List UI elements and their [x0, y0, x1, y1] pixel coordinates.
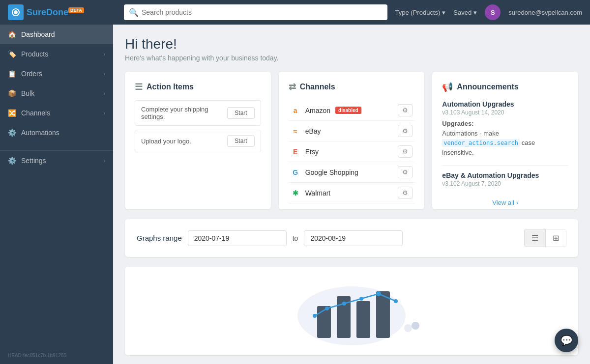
svg-point-12 [412, 322, 419, 330]
amazon-settings-button[interactable]: ⚙ [398, 104, 413, 116]
announcement-code: vendor_actions.search [442, 139, 520, 147]
header: SureDoneBETA 🔍 Type (Products) ▾ Saved ▾… [0, 0, 590, 25]
header-right: Type (Products) ▾ Saved ▾ S suredone@svp… [395, 4, 582, 20]
channels-icon: 🔀 [8, 109, 16, 117]
chat-icon: 💬 [560, 335, 573, 346]
channel-row-walmart: ✱ Walmart ⚙ [289, 183, 415, 203]
amazon-icon: a [291, 106, 300, 115]
announcements-card: 📢 Announcements Automation Upgrades v3.1… [432, 72, 578, 209]
chart-illustration [273, 277, 430, 345]
chevron-right-icon: › [516, 199, 518, 206]
graphs-range-row: Graphs range to ☰ ⊞ [125, 219, 578, 257]
ebay-icon: ≈ [291, 126, 300, 136]
announcement-date: v3.103 August 14, 2020 [442, 109, 568, 116]
chevron-right-icon: › [104, 158, 105, 164]
channel-row-google: G Google Shopping ⚙ [289, 162, 415, 183]
greeting-title: Hi there! [125, 36, 578, 52]
action-items-header: ☰ Action Items [135, 82, 261, 92]
announcement-item-1: Automation Upgrades v3.103 August 14, 20… [442, 100, 568, 157]
ebay-settings-button[interactable]: ⚙ [398, 125, 413, 137]
logo-icon [8, 4, 24, 20]
announcement-title: Automation Upgrades [442, 100, 568, 108]
cards-row: ☰ Action Items Complete your shipping se… [125, 72, 578, 209]
channels-list: a Amazon disabled ⚙ ≈ eBay ⚙ [289, 100, 415, 203]
saved-button[interactable]: Saved ▾ [453, 9, 477, 16]
view-all-link[interactable]: View all › [442, 195, 568, 209]
view-toggle: ☰ ⊞ [524, 229, 566, 247]
start-logo-button[interactable]: Start [227, 135, 254, 147]
channels-header: ⇄ Channels [289, 82, 415, 92]
sidebar: 🏠Dashboard 🏷️Products › 📋Orders › 📦Bulk … [0, 25, 113, 364]
action-items-list: Complete your shipping settings. Start U… [135, 100, 261, 152]
type-button[interactable]: Type (Products) ▾ [395, 9, 446, 16]
sidebar-item-automations[interactable]: ⚙️Automations [0, 123, 113, 142]
authorize-channels-link[interactable]: Authorize more channels › [289, 203, 415, 209]
chevron-right-icon: › [104, 111, 105, 116]
channels-card-icon: ⇄ [289, 82, 296, 92]
etsy-icon: E [291, 147, 300, 157]
disabled-badge: disabled [335, 107, 361, 114]
announcement-item-2: eBay & Automation Upgrades v3.102 August… [442, 171, 568, 187]
announcement-divider [442, 165, 568, 166]
action-items-icon: ☰ [135, 82, 143, 92]
date-from-input[interactable] [188, 230, 287, 246]
search-icon: 🔍 [129, 8, 139, 17]
dashboard-icon: 🏠 [8, 30, 16, 38]
automations-icon: ⚙️ [8, 129, 16, 137]
sidebar-item-dashboard[interactable]: 🏠Dashboard [0, 25, 113, 44]
chevron-right-icon: › [104, 52, 105, 57]
svg-point-7 [342, 302, 346, 306]
sidebar-item-orders[interactable]: 📋Orders › [0, 64, 113, 84]
walmart-icon: ✱ [291, 188, 300, 198]
avatar: S [485, 4, 501, 20]
svg-point-10 [394, 299, 398, 303]
channel-row-etsy: E Etsy ⚙ [289, 141, 415, 162]
layout: 🏠Dashboard 🏷️Products › 📋Orders › 📦Bulk … [0, 25, 590, 364]
announcements-icon: 📢 [442, 82, 453, 92]
chat-button[interactable]: 💬 [555, 329, 578, 352]
beta-badge: BETA [68, 7, 84, 13]
channels-card: ⇄ Channels a Amazon disabled ⚙ ≈ [279, 72, 425, 209]
sidebar-footer: HEAD-fec051c7b.1b91285 [0, 347, 113, 364]
channel-row-ebay: ≈ eBay ⚙ [289, 121, 415, 141]
sidebar-item-products[interactable]: 🏷️Products › [0, 44, 113, 64]
products-icon: 🏷️ [8, 50, 16, 58]
user-email: suredone@svpelican.com [508, 9, 582, 16]
search-bar: 🔍 [124, 4, 387, 20]
etsy-settings-button[interactable]: ⚙ [398, 145, 413, 158]
grid-view-button[interactable]: ⊞ [546, 229, 566, 247]
svg-point-11 [404, 324, 412, 332]
greeting-subtitle: Here's what's happening with your busine… [125, 54, 578, 62]
action-item-text: Upload your logo. [141, 138, 191, 145]
start-shipping-button[interactable]: Start [227, 107, 254, 119]
announcement-body: Upgrades: Automations - make vendor_acti… [442, 119, 568, 157]
channel-row-amazon: a Amazon disabled ⚙ [289, 100, 415, 121]
date-to-input[interactable] [304, 230, 403, 246]
main-content: Hi there! Here's what's happening with y… [113, 25, 590, 364]
graphs-label: Graphs range [137, 234, 182, 242]
google-settings-button[interactable]: ⚙ [398, 166, 413, 178]
sidebar-item-channels[interactable]: 🔀Channels › [0, 103, 113, 123]
google-icon: G [291, 168, 300, 177]
settings-icon: ⚙️ [8, 157, 16, 165]
chart-card [125, 267, 578, 355]
action-item-row: Complete your shipping settings. Start [135, 100, 261, 126]
to-label: to [293, 234, 298, 242]
search-input[interactable] [124, 4, 387, 20]
bulk-icon: 📦 [8, 89, 16, 97]
chevron-right-icon: › [104, 91, 105, 96]
logo: SureDoneBETA [8, 4, 116, 20]
action-item-text: Complete your shipping settings. [141, 106, 227, 120]
svg-rect-3 [356, 301, 370, 338]
walmart-settings-button[interactable]: ⚙ [398, 187, 413, 199]
sidebar-item-settings[interactable]: ⚙️Settings › [0, 151, 113, 170]
announcement-title-2: eBay & Automation Upgrades [442, 171, 568, 179]
sidebar-item-bulk[interactable]: 📦Bulk › [0, 84, 113, 103]
list-view-button[interactable]: ☰ [525, 229, 545, 247]
orders-icon: 📋 [8, 70, 16, 78]
announcement-date-2: v3.102 August 7, 2020 [442, 180, 568, 187]
svg-point-9 [376, 291, 381, 296]
chevron-right-icon: › [104, 71, 105, 77]
svg-point-8 [359, 297, 363, 301]
announcements-header: 📢 Announcements [442, 82, 568, 92]
